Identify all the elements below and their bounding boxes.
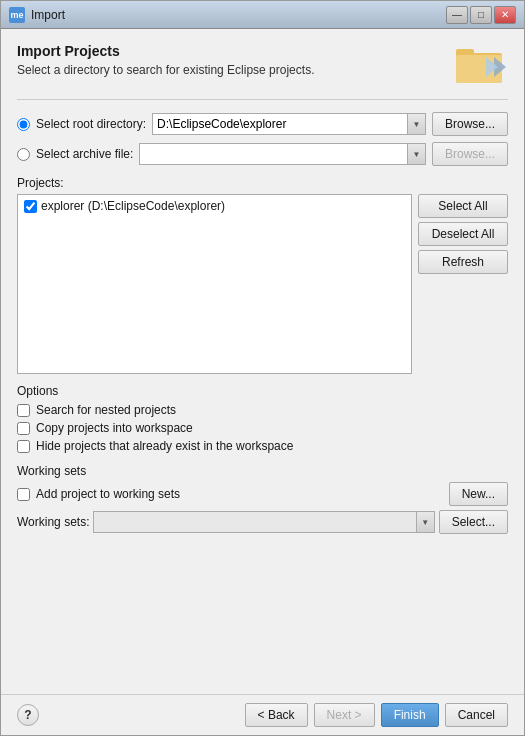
working-sets-label: Working sets [17,464,508,478]
archive-file-row: Select archive file: ▼ Browse... [17,142,508,166]
copy-projects-label: Copy projects into workspace [36,421,193,435]
app-icon: me [9,7,25,23]
options-label: Options [17,384,508,398]
main-content: Import Projects Select a directory to se… [1,29,524,694]
maximize-button[interactable]: □ [470,6,492,24]
minimize-button[interactable]: — [446,6,468,24]
new-working-set-button[interactable]: New... [449,482,508,506]
root-directory-radio[interactable] [17,118,30,131]
refresh-button[interactable]: Refresh [418,250,508,274]
header-section: Import Projects Select a directory to se… [17,43,508,87]
add-working-sets-label: Add project to working sets [36,487,180,501]
next-button[interactable]: Next > [314,703,375,727]
root-directory-row: Select root directory: ▼ Browse... [17,112,508,136]
footer-left: ? [17,704,39,726]
project-checkbox[interactable] [24,200,37,213]
projects-buttons: Select All Deselect All Refresh [418,194,508,274]
archive-file-dropdown-arrow[interactable]: ▼ [408,143,426,165]
import-window: me Import — □ ✕ Import Projects Select a… [0,0,525,736]
copy-projects-row: Copy projects into workspace [17,420,508,436]
working-sets-input[interactable] [93,511,416,533]
header-separator [17,99,508,100]
projects-list[interactable]: explorer (D:\EclipseCode\explorer) [17,194,412,374]
folder-icon [456,43,508,87]
root-directory-input[interactable] [152,113,408,135]
add-working-sets-checkbox[interactable] [17,488,30,501]
page-subtitle: Select a directory to search for existin… [17,63,314,77]
working-sets-combo-wrapper: ▼ [93,511,434,533]
nested-projects-checkbox[interactable] [17,404,30,417]
root-directory-label: Select root directory: [36,117,146,131]
nested-projects-row: Search for nested projects [17,402,508,418]
working-sets-dropdown-arrow[interactable]: ▼ [417,511,435,533]
finish-button[interactable]: Finish [381,703,439,727]
footer-right: < Back Next > Finish Cancel [245,703,508,727]
title-bar-controls: — □ ✕ [446,6,516,24]
help-button[interactable]: ? [17,704,39,726]
close-button[interactable]: ✕ [494,6,516,24]
title-bar: me Import — □ ✕ [1,1,524,29]
archive-file-browse-button[interactable]: Browse... [432,142,508,166]
hide-projects-label: Hide projects that already exist in the … [36,439,293,453]
archive-file-label: Select archive file: [36,147,133,161]
root-directory-combo-wrapper: ▼ [152,113,426,135]
copy-projects-checkbox[interactable] [17,422,30,435]
select-all-button[interactable]: Select All [418,194,508,218]
project-name: explorer (D:\EclipseCode\explorer) [41,199,225,213]
working-sets-input-row: Working sets: ▼ Select... [17,510,508,534]
archive-file-input[interactable] [139,143,408,165]
deselect-all-button[interactable]: Deselect All [418,222,508,246]
root-directory-dropdown-arrow[interactable]: ▼ [408,113,426,135]
archive-file-combo-wrapper: ▼ [139,143,426,165]
back-button[interactable]: < Back [245,703,308,727]
projects-area: explorer (D:\EclipseCode\explorer) Selec… [17,194,508,374]
options-section: Options Search for nested projects Copy … [17,384,508,454]
working-sets-section: Working sets Add project to working sets… [17,464,508,534]
working-sets-input-label: Working sets: [17,515,89,529]
hide-projects-row: Hide projects that already exist in the … [17,438,508,454]
archive-file-radio[interactable] [17,148,30,161]
root-directory-browse-button[interactable]: Browse... [432,112,508,136]
select-working-sets-button[interactable]: Select... [439,510,508,534]
add-working-sets-row: Add project to working sets New... [17,482,508,506]
cancel-button[interactable]: Cancel [445,703,508,727]
header-text: Import Projects Select a directory to se… [17,43,314,77]
page-title: Import Projects [17,43,314,59]
form-section: Select root directory: ▼ Browse... Selec… [17,112,508,166]
projects-label: Projects: [17,176,508,190]
hide-projects-checkbox[interactable] [17,440,30,453]
list-item[interactable]: explorer (D:\EclipseCode\explorer) [20,197,409,215]
projects-section: Projects: explorer (D:\EclipseCode\explo… [17,176,508,374]
window-title: Import [31,8,446,22]
footer: ? < Back Next > Finish Cancel [1,694,524,735]
nested-projects-label: Search for nested projects [36,403,176,417]
